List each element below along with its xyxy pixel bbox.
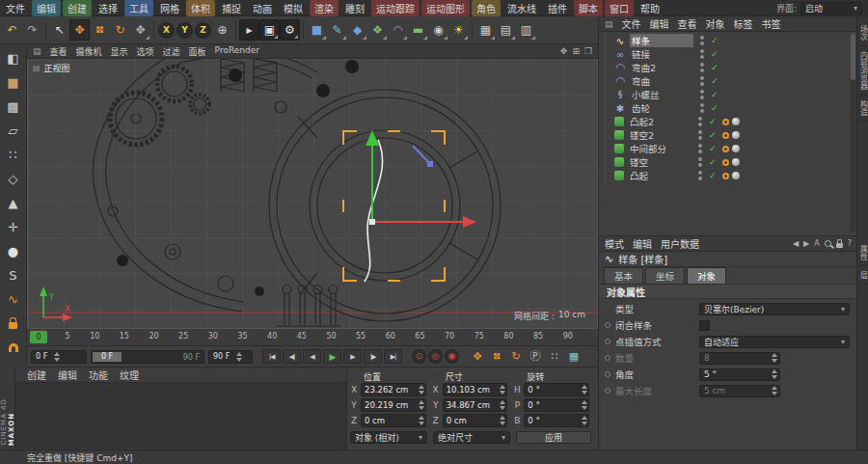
object-manager-menu-item[interactable]: 标签 — [734, 16, 753, 31]
current-frame-marker[interactable]: 0 — [30, 331, 47, 343]
object-name[interactable]: 镂空 — [628, 155, 692, 169]
timeline-ruler[interactable]: 051015202530354045505560657075808590 0 — [27, 329, 598, 346]
attribute-dropdown[interactable]: 自动适应 — [699, 336, 850, 348]
object-name[interactable]: 凸起2 — [628, 115, 692, 128]
attribute-dropdown[interactable]: 贝塞尔(Bezier) — [699, 303, 850, 315]
position-input[interactable]: 20.219 cm — [361, 398, 426, 412]
paint-tool-icon[interactable]: ∿ — [1, 287, 26, 312]
object-manager-menu-item[interactable]: 文件 — [622, 16, 641, 31]
attribute-number-field[interactable]: 5 ° — [699, 368, 780, 381]
enabled-check-icon[interactable] — [709, 157, 719, 167]
play-button[interactable]: ▶ — [323, 349, 341, 364]
help-icon[interactable]: ? — [848, 239, 852, 248]
stepper-icon[interactable] — [497, 416, 505, 425]
coord-system-icon[interactable]: ⊕ — [212, 19, 232, 41]
keyframe-dot-icon[interactable] — [605, 355, 610, 361]
menu-item[interactable]: 捕捉 — [217, 0, 246, 16]
camera-icon[interactable]: ◉ — [428, 19, 448, 41]
selection-tag-icon[interactable] — [722, 132, 729, 139]
visibility-dots[interactable] — [695, 171, 705, 180]
object-type-icon[interactable] — [614, 48, 626, 60]
enable-axis-icon[interactable]: ✛ — [1, 215, 26, 239]
keyframe-dot-icon[interactable] — [605, 371, 610, 377]
keyframe-dot-icon[interactable] — [605, 339, 610, 344]
object-name[interactable]: 凸起 — [628, 169, 692, 182]
stepper-icon[interactable] — [51, 352, 60, 362]
attribute-number-field[interactable]: 5 cm — [699, 385, 780, 397]
menu-item[interactable]: 创建 — [63, 0, 92, 16]
enabled-check-icon[interactable] — [711, 36, 720, 45]
rotation-input[interactable]: 0 ° — [524, 414, 589, 427]
selection-tag-icon[interactable] — [722, 173, 729, 179]
record-options-button[interactable]: ◉ — [445, 349, 459, 364]
menu-item[interactable]: 角色 — [472, 0, 501, 16]
dock-tab[interactable]: 构造 — [858, 96, 868, 122]
subdivision-surface-icon[interactable]: ◆ — [347, 19, 367, 41]
viewport-menu-item[interactable]: 选项 — [137, 45, 154, 58]
stepper-icon[interactable] — [769, 369, 777, 379]
tree-scrollbar[interactable] — [851, 34, 855, 232]
attribute-tab[interactable]: 对象 — [687, 267, 726, 285]
phong-tag-icon[interactable] — [732, 145, 740, 152]
keyframe-dot-icon[interactable] — [605, 388, 610, 394]
goto-end-button[interactable]: ▶| — [384, 349, 402, 364]
maximize-view-icon[interactable]: ❐ — [584, 46, 592, 56]
attribute-menu-item[interactable]: 模式 — [605, 236, 624, 251]
menu-item[interactable]: 运动跟踪 — [371, 0, 420, 16]
object-row[interactable]: 齿轮 — [605, 101, 856, 115]
points-mode-icon[interactable]: ∷ — [1, 143, 26, 167]
object-row[interactable]: 小螺丝 — [605, 88, 856, 101]
text-size-icon[interactable]: A — [814, 239, 819, 248]
material-menu-item[interactable]: 创建 — [27, 368, 46, 382]
menu-item[interactable]: 编辑 — [32, 0, 61, 16]
enabled-check-icon[interactable] — [709, 130, 719, 140]
menu-item[interactable]: 帮助 — [636, 0, 665, 16]
stepper-icon[interactable] — [497, 400, 505, 410]
edges-mode-icon[interactable]: ◇ — [1, 167, 26, 191]
enabled-check-icon[interactable] — [709, 117, 719, 126]
stepper-icon[interactable] — [416, 400, 424, 410]
workplane-snap-icon[interactable]: ▥ — [516, 19, 536, 41]
object-manager-menu-item[interactable]: 查看 — [678, 16, 697, 31]
frame-range-slider[interactable]: 0 F 90 F — [91, 350, 204, 364]
rotation-input[interactable]: 0 ° — [524, 383, 589, 396]
next-key-button[interactable]: |▶ — [364, 349, 382, 364]
material-menu-item[interactable]: 编辑 — [58, 368, 77, 382]
viewport-menu-item[interactable]: 显示 — [111, 45, 128, 58]
stepper-icon[interactable] — [416, 416, 424, 425]
object-type-icon[interactable] — [614, 171, 624, 180]
snap-magnet-icon[interactable] — [1, 336, 26, 360]
attribute-checkbox[interactable] — [699, 320, 710, 331]
menu-item[interactable]: 雕刻 — [340, 0, 369, 16]
dock-tab[interactable]: 层 — [858, 266, 868, 285]
object-row[interactable]: 凸起 — [605, 169, 856, 182]
material-list-area[interactable] — [15, 383, 346, 449]
polygons-mode-icon[interactable]: ▲ — [1, 191, 26, 215]
prev-key-button[interactable]: ◀| — [283, 349, 301, 364]
simulation-icon[interactable]: S — [1, 263, 26, 287]
dock-tab[interactable]: 属性 — [858, 240, 868, 266]
viewport-canvas[interactable]: Y X ▤ 正视图 网格间距 :10 cm — [27, 59, 598, 329]
object-row[interactable]: 样条 — [605, 34, 856, 47]
render-settings-icon[interactable]: ⚙ — [280, 19, 300, 41]
phong-tag-icon[interactable] — [732, 158, 740, 166]
record-keyframe-button[interactable]: ⊙ — [412, 349, 426, 364]
z-axis-lock-icon[interactable]: Z — [195, 22, 211, 39]
enabled-check-icon[interactable] — [711, 76, 720, 86]
goto-start-button[interactable]: |◀ — [262, 349, 281, 364]
stepper-icon[interactable] — [579, 400, 587, 410]
visibility-dots[interactable] — [695, 130, 705, 140]
menu-item[interactable]: 窗口 — [605, 0, 634, 16]
object-tags[interactable] — [722, 131, 740, 139]
lock-icon[interactable] — [1, 312, 26, 336]
object-type-icon[interactable] — [614, 102, 626, 114]
visibility-dots[interactable] — [695, 117, 705, 126]
viewport-solo-icon[interactable]: ● — [1, 239, 26, 263]
interface-dropdown[interactable]: 启动 — [800, 2, 862, 14]
array-generator-icon[interactable]: ❖ — [367, 19, 388, 41]
object-row[interactable]: 链接 — [605, 47, 856, 61]
object-row[interactable]: 镂空2 — [605, 128, 856, 142]
recent-tool-icon[interactable]: ✥ — [130, 19, 150, 41]
object-manager-menu-item[interactable]: 对象 — [706, 16, 725, 31]
object-type-icon[interactable] — [614, 62, 626, 73]
